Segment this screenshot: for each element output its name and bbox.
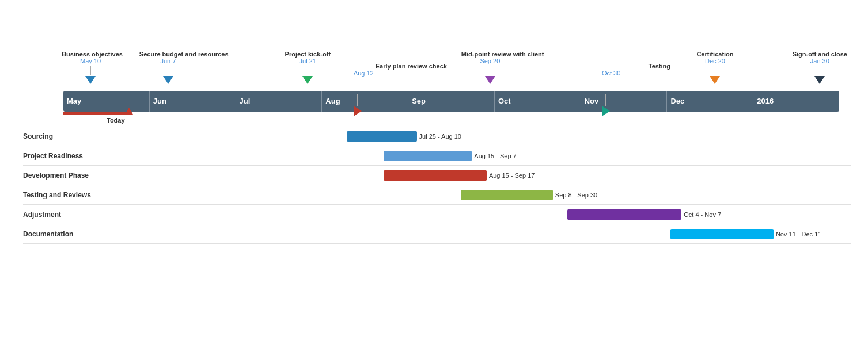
- milestone-triangle-testing: [602, 106, 610, 116]
- today-bar: [63, 112, 128, 115]
- milestone-date-project-kickoff: Jul 21: [279, 58, 336, 64]
- month-label-jun: Jun: [149, 91, 236, 112]
- milestone-area: MayJunJulAugSepOctNovDec2016 Today Busin…: [17, 12, 851, 115]
- gantt-bar-label-development-phase: Aug 15 - Sep 17: [489, 172, 535, 179]
- gantt-row-sourcing: SourcingJul 25 - Aug 10: [23, 127, 851, 146]
- gantt-bar-development-phase: [384, 170, 487, 181]
- milestone-triangle-midpoint-review: [485, 76, 495, 84]
- milestone-label-certification: Certification: [686, 51, 744, 58]
- milestone-connector-signoff: [820, 66, 820, 75]
- milestone-label-early-plan: Early plan review check: [354, 63, 469, 70]
- gantt-label-project-readiness: Project Readiness: [23, 152, 115, 160]
- milestone-label-wrapper-early-plan: Early plan review checkAug 12: [354, 63, 469, 77]
- gantt-bar-testing-reviews: [461, 190, 553, 200]
- gantt-bar-documentation: [670, 229, 774, 239]
- milestone-connector-testing: [605, 94, 606, 106]
- month-label-jul: Jul: [236, 91, 322, 112]
- gantt-bar-label-project-readiness: Aug 15 - Sep 7: [474, 152, 516, 159]
- milestone-label-business-objectives: Business objectives: [62, 51, 119, 58]
- milestone-connector-early-plan: [357, 94, 358, 106]
- milestone-project-kickoff: Project kick-offJul 21: [279, 51, 336, 84]
- milestone-testing: TestingOct 30: [602, 94, 717, 116]
- milestone-triangle-signoff: [814, 76, 825, 84]
- milestone-label-signoff: Sign-off and close: [791, 51, 848, 58]
- milestone-date-certification: Dec 20: [686, 58, 744, 64]
- gantt-bar-project-readiness: [384, 151, 472, 161]
- gantt-bar-label-documentation: Nov 11 - Dec 11: [776, 231, 821, 238]
- gantt-area: SourcingJul 25 - Aug 10Project Readiness…: [17, 127, 851, 244]
- milestone-connector-project-kickoff: [308, 66, 308, 75]
- gantt-row-project-readiness: Project ReadinessAug 15 - Sep 7: [23, 146, 851, 166]
- gantt-track-adjustment: Oct 4 - Nov 7: [115, 205, 851, 224]
- milestone-date-secure-budget: Jun 7: [139, 58, 197, 64]
- gantt-track-testing-reviews: Sep 8 - Sep 30: [115, 185, 851, 204]
- milestone-connector-midpoint-review: [490, 66, 490, 75]
- milestone-label-secure-budget: Secure budget and resources: [139, 51, 197, 58]
- milestone-label-project-kickoff: Project kick-off: [279, 51, 336, 58]
- milestone-midpoint-review: Mid-point review with clientSep 20: [461, 51, 519, 84]
- milestone-triangle-project-kickoff: [302, 76, 313, 84]
- gantt-label-adjustment: Adjustment: [23, 211, 115, 219]
- gantt-bar-label-testing-reviews: Sep 8 - Sep 30: [555, 192, 597, 199]
- gantt-label-development-phase: Development Phase: [23, 171, 115, 180]
- gantt-track-development-phase: Aug 15 - Sep 17: [115, 166, 851, 185]
- gantt-label-testing-reviews: Testing and Reviews: [23, 191, 115, 199]
- gantt-bar-adjustment: [567, 209, 681, 220]
- month-label-oct: Oct: [494, 91, 581, 112]
- milestone-connector-secure-budget: [168, 66, 168, 75]
- gantt-track-sourcing: Jul 25 - Aug 10: [115, 127, 851, 146]
- month-label-may: May: [63, 91, 149, 112]
- milestone-secure-budget: Secure budget and resourcesJun 7: [139, 51, 197, 84]
- gantt-bar-sourcing: [347, 131, 416, 142]
- gantt-track-project-readiness: Aug 15 - Sep 7: [115, 146, 851, 165]
- milestone-certification: CertificationDec 20: [686, 51, 744, 84]
- month-label-2016: 2016: [753, 91, 839, 112]
- gantt-label-documentation: Documentation: [23, 230, 115, 238]
- milestone-date-business-objectives: May 10: [62, 58, 119, 64]
- milestone-triangle-secure-budget: [163, 76, 173, 84]
- gantt-bar-label-sourcing: Jul 25 - Aug 10: [419, 133, 461, 140]
- today-marker: [125, 108, 133, 115]
- milestone-triangle-business-objectives: [85, 76, 96, 84]
- milestone-triangle-early-plan: [354, 106, 362, 116]
- gantt-row-testing-reviews: Testing and ReviewsSep 8 - Sep 30: [23, 185, 851, 205]
- gantt-bar-label-adjustment: Oct 4 - Nov 7: [684, 211, 721, 218]
- milestone-connector-business-objectives: [90, 66, 91, 75]
- milestone-date-early-plan: Aug 12: [354, 70, 469, 77]
- chart-container: MayJunJulAugSepOctNovDec2016 Today Busin…: [0, 0, 868, 250]
- milestone-early-plan: Early plan review checkAug 12: [354, 94, 469, 116]
- gantt-row-adjustment: AdjustmentOct 4 - Nov 7: [23, 205, 851, 224]
- milestone-date-midpoint-review: Sep 20: [461, 58, 519, 64]
- milestone-business-objectives: Business objectivesMay 10: [62, 51, 119, 84]
- milestone-signoff: Sign-off and closeJan 30: [791, 51, 848, 84]
- milestone-date-signoff: Jan 30: [791, 58, 848, 64]
- gantt-track-documentation: Nov 11 - Dec 11: [115, 224, 851, 243]
- milestone-connector-certification: [715, 66, 715, 75]
- gantt-label-sourcing: Sourcing: [23, 132, 115, 140]
- gantt-row-development-phase: Development PhaseAug 15 - Sep 17: [23, 166, 851, 185]
- today-label: Today: [107, 117, 125, 124]
- milestone-label-midpoint-review: Mid-point review with client: [461, 51, 519, 58]
- gantt-row-documentation: DocumentationNov 11 - Dec 11: [23, 224, 851, 244]
- milestone-triangle-certification: [710, 76, 720, 84]
